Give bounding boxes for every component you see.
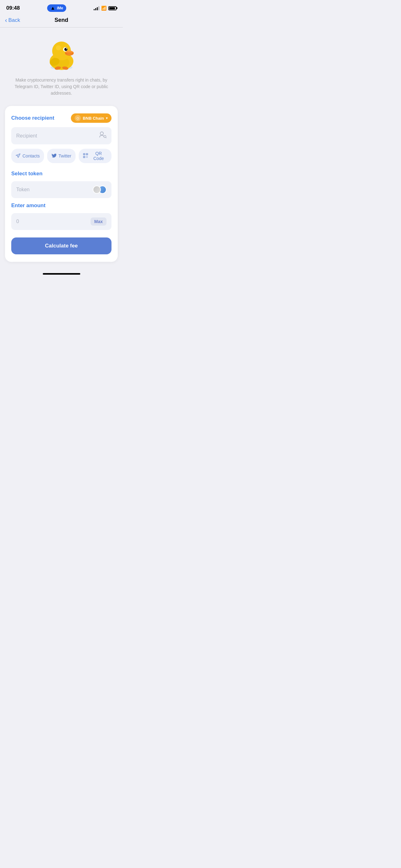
- svg-rect-26: [86, 156, 87, 157]
- wifi-icon: 📶: [101, 6, 106, 11]
- telegram-icon: [15, 153, 21, 159]
- main-card: Choose recipient ⬡ BNB Chain ▾ Recipient: [5, 106, 118, 262]
- svg-text:⬡: ⬡: [76, 117, 79, 120]
- amount-input[interactable]: 0 Max: [11, 213, 111, 230]
- bnb-chain-icon: ⬡: [75, 115, 81, 121]
- choose-recipient-title: Choose recipient: [11, 115, 54, 121]
- battery-icon: [108, 6, 116, 10]
- svg-rect-21: [84, 154, 85, 154]
- svg-point-9: [66, 51, 73, 54]
- token-placeholder: Token: [16, 187, 30, 192]
- person-search-icon: [99, 131, 106, 140]
- svg-line-19: [18, 155, 19, 156]
- back-chevron-icon: ‹: [5, 17, 7, 24]
- app-indicator: ▲ iMe: [47, 4, 66, 12]
- hero-section: Make cryptocurrency transfers right in c…: [0, 28, 123, 103]
- app-icon: ▲: [50, 5, 55, 11]
- status-bar: 09:48 ▲ iMe 📶: [0, 0, 123, 14]
- chain-chevron-icon: ▾: [106, 116, 108, 120]
- twitter-button[interactable]: Twitter: [47, 149, 75, 163]
- chain-badge[interactable]: ⬡ BNB Chain ▾: [71, 114, 111, 123]
- svg-rect-25: [84, 157, 85, 157]
- enter-amount-title: Enter amount: [11, 203, 45, 208]
- svg-rect-23: [87, 154, 88, 154]
- hero-description: Make cryptocurrency transfers right in c…: [11, 77, 111, 97]
- max-button[interactable]: Max: [91, 217, 106, 226]
- status-icons: 📶: [94, 6, 116, 11]
- twitter-icon: [52, 153, 57, 159]
- recipient-input[interactable]: Recipient: [11, 127, 111, 144]
- svg-point-16: [100, 132, 103, 135]
- svg-line-18: [106, 137, 106, 138]
- svg-rect-27: [87, 156, 88, 157]
- home-indicator: [0, 268, 123, 280]
- twitter-label: Twitter: [58, 153, 71, 158]
- contacts-label: Contacts: [23, 153, 40, 158]
- home-bar: [43, 273, 80, 275]
- qr-code-icon: [83, 153, 88, 159]
- status-time: 09:48: [6, 5, 20, 11]
- calculate-fee-button[interactable]: Calculate fee: [11, 238, 111, 254]
- svg-point-6: [64, 48, 67, 51]
- choose-recipient-header: Choose recipient ⬡ BNB Chain ▾: [11, 114, 111, 123]
- svg-point-7: [66, 49, 67, 50]
- chain-label: BNB Chain: [83, 116, 104, 121]
- contacts-button[interactable]: Contacts: [11, 149, 44, 163]
- token-icon: [93, 186, 106, 194]
- back-label: Back: [8, 17, 20, 24]
- signal-icon: [94, 6, 99, 10]
- select-token-title: Select token: [11, 170, 42, 177]
- nav-bar: ‹ Back Send: [0, 14, 123, 27]
- app-name: iMe: [57, 6, 63, 10]
- back-button[interactable]: ‹ Back: [5, 17, 20, 24]
- recipient-placeholder: Recipient: [16, 133, 37, 139]
- quick-actions: Contacts Twitter: [11, 149, 111, 163]
- svg-rect-29: [87, 157, 88, 158]
- amount-value: 0: [16, 219, 19, 224]
- svg-rect-28: [86, 157, 87, 158]
- select-token-section: Select token: [11, 170, 111, 177]
- svg-point-4: [56, 45, 61, 50]
- qr-code-button[interactable]: QR Code: [79, 149, 111, 163]
- page-title: Send: [54, 17, 68, 24]
- token-input[interactable]: Token: [11, 181, 111, 198]
- duck-illustration: [43, 37, 80, 71]
- qr-code-label: QR Code: [90, 151, 107, 161]
- enter-amount-section: Enter amount: [11, 203, 111, 209]
